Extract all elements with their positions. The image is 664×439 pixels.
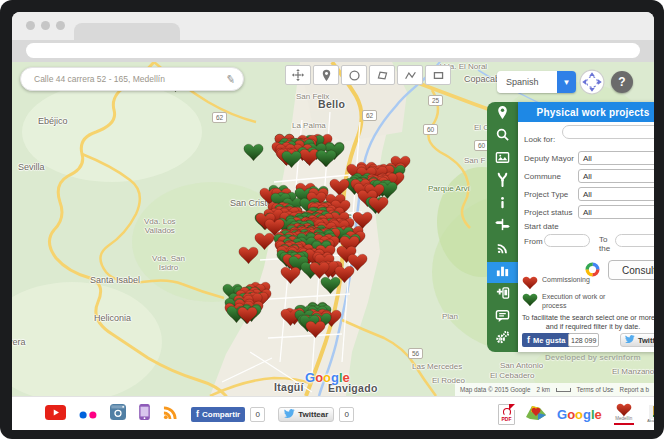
- place-marker-icon: [495, 105, 510, 124]
- sidebar-item-info[interactable]: [487, 194, 518, 215]
- rectangle-tool-icon[interactable]: [425, 65, 451, 85]
- sidebar-item-bar-chart[interactable]: [487, 262, 518, 283]
- map-heart-logo[interactable]: [524, 403, 548, 425]
- flickr-icon[interactable]: [79, 405, 97, 423]
- project-marker[interactable]: [316, 149, 337, 172]
- address-bar[interactable]: [26, 43, 640, 58]
- alcaldia-logo[interactable]: Alcaldía de: [646, 405, 654, 423]
- route-shield: 25: [428, 95, 443, 106]
- sidebar-item-mobile-apps[interactable]: [487, 284, 518, 305]
- twitter-bird-icon: [284, 409, 295, 420]
- edit-icon[interactable]: ✎: [225, 72, 236, 86]
- twitter-bird-icon: [625, 335, 635, 345]
- map-search-box[interactable]: ✎: [20, 67, 244, 91]
- map-label: Itagüí: [274, 381, 304, 393]
- help-button[interactable]: ?: [611, 71, 633, 93]
- traffic-light[interactable]: [26, 21, 35, 30]
- project-marker[interactable]: [281, 150, 302, 173]
- sidebar-item-road-fork[interactable]: [487, 171, 518, 192]
- facebook-like-button[interactable]: f Me gusta: [522, 333, 571, 347]
- sidebar-item-place-marker[interactable]: [487, 104, 518, 125]
- filter-label: Commune: [518, 172, 578, 181]
- browser-window: EbéjicoSevillaSan FelixBelloLa PalmaVda.…: [12, 12, 654, 430]
- project-marker[interactable]: [305, 320, 326, 343]
- look-for-input[interactable]: [562, 125, 654, 139]
- panel-hint-line1: To facilitate the search select one or m…: [522, 313, 654, 322]
- legend-label: Execution of work or process: [542, 293, 605, 311]
- pdf-export-button[interactable]: PDF: [498, 404, 515, 425]
- filter-select-commune[interactable]: All: [578, 169, 654, 183]
- sidebar-item-gallery[interactable]: [487, 149, 518, 170]
- map-canvas[interactable]: EbéjicoSevillaSan FelixBelloLa PalmaVda.…: [12, 62, 654, 396]
- filter-label: Project status: [518, 208, 578, 217]
- legend-label: Commissioning: [542, 276, 590, 285]
- medellin-logo[interactable]: Medellín: [611, 403, 637, 425]
- mobile-app-icon[interactable]: [139, 404, 150, 424]
- twitter-share-button[interactable]: Twittear: [278, 407, 334, 422]
- map-search-input[interactable]: [32, 73, 226, 85]
- route-shield: 60: [423, 124, 438, 135]
- legend-heart-icon: [522, 276, 538, 294]
- project-marker[interactable]: [237, 306, 258, 329]
- browser-tab[interactable]: [74, 23, 180, 40]
- developer-watermark: Developed by servinform: [545, 353, 641, 362]
- map-label: La Palma: [292, 121, 326, 130]
- polyline-tool-icon[interactable]: [397, 65, 423, 85]
- traffic-light[interactable]: [56, 21, 65, 30]
- twitter-share-count: 0: [339, 407, 354, 422]
- polygon-tool-icon[interactable]: [369, 65, 395, 85]
- project-marker[interactable]: [238, 246, 259, 269]
- panel-hint-line2: and if required filter it by date.: [518, 322, 654, 331]
- search-icon: [495, 127, 510, 146]
- rss-orange-icon[interactable]: [163, 405, 178, 424]
- instagram-icon[interactable]: [110, 404, 126, 424]
- filter-select-project-type[interactable]: All: [578, 187, 654, 201]
- search-panel: Physical work projects Look for: Deputy …: [518, 102, 654, 352]
- legend-heart-icon: [522, 293, 538, 311]
- youtube-icon[interactable]: [45, 405, 66, 424]
- legend-item: Commissioning: [522, 276, 590, 294]
- tools-sidebar: [487, 102, 518, 352]
- map-label: vera: [12, 337, 26, 347]
- sidebar-item-signpost[interactable]: [487, 216, 518, 237]
- twitter-share-button[interactable]: Twittear: [620, 333, 654, 347]
- sidebar-item-settings[interactable]: [487, 329, 518, 350]
- report-link[interactable]: Report a b: [620, 386, 649, 393]
- filter-label: Project Type: [518, 190, 578, 199]
- map-data-text: Map data © 2015 Google: [460, 386, 530, 393]
- pan-tool-icon[interactable]: [285, 65, 311, 85]
- circle-tool-icon[interactable]: [341, 65, 367, 85]
- project-marker[interactable]: [280, 266, 301, 289]
- filter-select-project-status[interactable]: All: [578, 205, 654, 219]
- draw-toolbar: [285, 65, 451, 85]
- map-label: San Antonio: [500, 361, 543, 370]
- traffic-light[interactable]: [41, 21, 50, 30]
- facebook-share-button[interactable]: fCompartir: [191, 407, 245, 422]
- to-date-input[interactable]: [615, 234, 654, 247]
- bar-chart-icon: [495, 263, 510, 282]
- language-value[interactable]: Spanish: [497, 71, 557, 93]
- map-label: San F: [464, 156, 485, 165]
- filter-select-deputy-mayor[interactable]: All: [578, 151, 654, 165]
- sidebar-item-search[interactable]: [487, 126, 518, 147]
- marker-tool-icon[interactable]: [313, 65, 339, 85]
- project-marker[interactable]: [320, 276, 341, 299]
- sidebar-item-comments[interactable]: [487, 307, 518, 328]
- google-logo[interactable]: Google: [305, 370, 350, 385]
- sidebar-item-rss[interactable]: [487, 239, 518, 260]
- browser-frame: EbéjicoSevillaSan FelixBelloLa PalmaVda.…: [0, 0, 664, 439]
- from-date-input[interactable]: [544, 234, 590, 247]
- pan-control[interactable]: [579, 69, 605, 95]
- terms-link[interactable]: Terms of Use: [577, 386, 614, 393]
- info-icon: [496, 195, 509, 213]
- map-label: Santa Isabel: [90, 275, 140, 285]
- map-label: Vda. San Isidro: [152, 254, 185, 272]
- google-footer-logo[interactable]: Google: [557, 407, 602, 422]
- facebook-icon: f: [527, 335, 530, 345]
- chevron-down-icon[interactable]: ▼: [557, 71, 576, 93]
- language-selector[interactable]: Spanish ▼: [497, 71, 576, 93]
- map-label: El Cebadero: [490, 371, 534, 380]
- map-label: Las Mercedes: [412, 362, 462, 371]
- consult-button[interactable]: Consult: [608, 260, 654, 280]
- project-marker[interactable]: [243, 143, 264, 166]
